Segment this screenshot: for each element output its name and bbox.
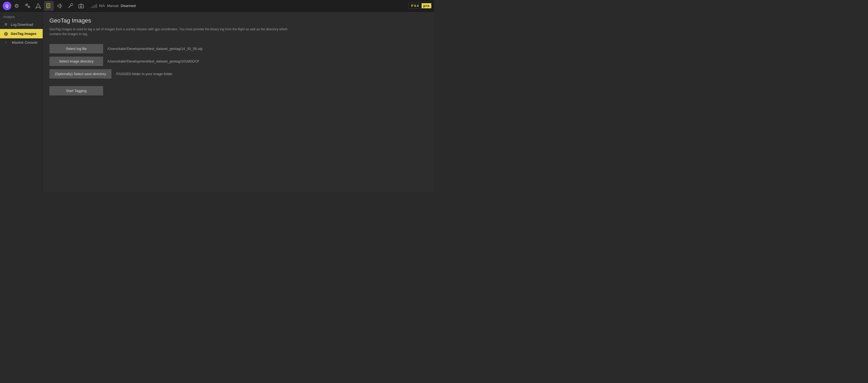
send-icon[interactable] <box>33 1 43 11</box>
pro-text: pro <box>422 3 431 8</box>
arrow-icon: › <box>3 41 9 44</box>
svg-rect-5 <box>47 3 50 8</box>
speaker-icon[interactable] <box>55 1 64 11</box>
page-description: GeoTag Images is used to tag a set of im… <box>50 27 291 36</box>
page-title: GeoTag Images <box>50 17 428 24</box>
svg-line-2 <box>26 5 29 7</box>
svg-point-11 <box>71 3 73 6</box>
geotag-label: GeoTag Images <box>11 32 36 36</box>
content-area: GeoTag Images GeoTag Images is used to t… <box>43 12 434 192</box>
svg-marker-3 <box>27 3 28 5</box>
waypoints-icon[interactable] <box>23 1 32 11</box>
sidebar-item-mavlink-console[interactable]: › Mavlink Console <box>0 38 43 47</box>
settings-icon[interactable]: ⚙ <box>12 1 22 11</box>
analyze-icon[interactable] <box>44 1 54 11</box>
flight-mode: Manual <box>107 4 119 8</box>
sidebar-item-log-download[interactable]: ≡ Log Download <box>0 20 43 29</box>
log-download-label: Log Download <box>11 23 33 27</box>
image-dir-path: /Users/kabir/Development/test_dataset_ge… <box>103 57 428 66</box>
qgc-logo-letter: Q <box>6 4 9 8</box>
tools-icon[interactable] <box>65 1 75 11</box>
main-layout: Analyze ≡ Log Download ◎ GeoTag Images ›… <box>0 12 434 192</box>
px4-logo: PX4 pro <box>408 3 431 9</box>
select-save-dir-row: (Optionally) Select save directory /TAGG… <box>50 69 428 78</box>
sidebar: Analyze ≡ Log Download ◎ GeoTag Images ›… <box>0 12 43 192</box>
mavlink-console-label: Mavlink Console <box>12 40 37 44</box>
start-tagging-row: Start Tagging <box>50 82 428 96</box>
camera-icon[interactable] <box>76 1 86 11</box>
signal-label: N/A <box>99 4 105 8</box>
sidebar-section-label: Analyze <box>0 13 43 20</box>
log-file-path: /Users/kabir/Development/test_dataset_ge… <box>103 44 428 54</box>
px4-text: PX4 <box>408 3 422 9</box>
select-save-dir-button[interactable]: (Optionally) Select save directory <box>50 69 112 78</box>
select-image-dir-button[interactable]: Select image directory <box>50 57 103 66</box>
toolbar-status: N/A Manual Disarmed <box>91 4 135 8</box>
geotag-icon: ◎ <box>3 31 9 36</box>
select-image-dir-row: Select image directory /Users/kabir/Deve… <box>50 57 428 66</box>
svg-marker-9 <box>58 4 60 8</box>
svg-marker-4 <box>36 3 40 8</box>
qgc-logo-icon[interactable]: Q <box>3 2 11 10</box>
svg-point-13 <box>80 6 82 7</box>
select-log-file-row: Select log file /Users/kabir/Development… <box>50 44 428 54</box>
sidebar-item-geotag-images[interactable]: ◎ GeoTag Images <box>0 29 43 38</box>
log-download-icon: ≡ <box>3 22 9 27</box>
select-log-file-button[interactable]: Select log file <box>50 44 103 54</box>
arm-state: Disarmed <box>121 4 135 8</box>
save-dir-path: /TAGGED folder in your image folder <box>112 69 428 78</box>
start-tagging-button[interactable]: Start Tagging <box>50 86 103 96</box>
toolbar: Q ⚙ <box>0 0 434 12</box>
svg-rect-12 <box>79 5 84 8</box>
svg-line-10 <box>68 5 71 8</box>
signal-icon <box>91 4 97 8</box>
